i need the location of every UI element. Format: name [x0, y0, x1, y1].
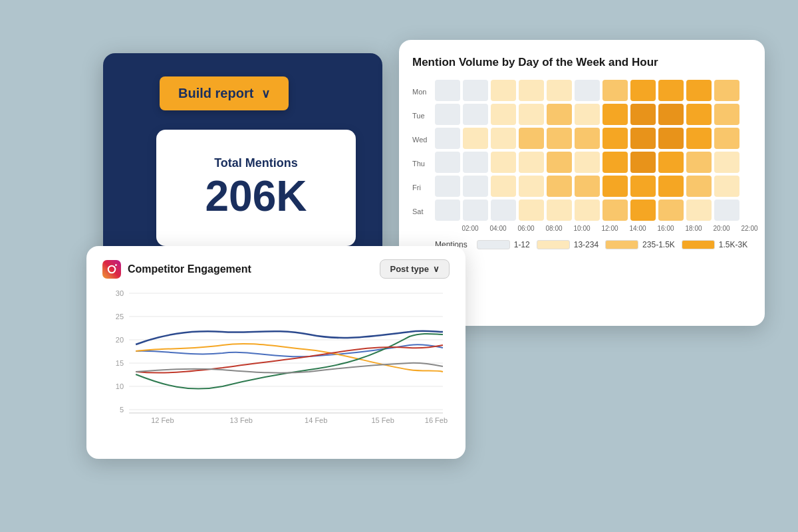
heatmap-hour-label: 04:00 [485, 225, 511, 232]
mentions-label: Total Mentions [214, 156, 298, 170]
heatmap-cell [463, 200, 488, 221]
build-report-button[interactable]: Build report ∨ [160, 76, 289, 110]
heatmap-days: MonTueWedThuFriSat [412, 80, 431, 232]
heatmap-row [435, 176, 762, 197]
heatmap-cell [435, 200, 460, 221]
heatmap-hour-label: 20:00 [709, 225, 734, 232]
post-type-chevron-icon: ∨ [433, 264, 440, 274]
heatmap-cell [435, 128, 460, 149]
heatmap-cell [658, 200, 684, 221]
heatmap-cell [630, 176, 656, 197]
heatmap-row [435, 200, 762, 221]
heatmap-grid [435, 80, 762, 221]
heatmap-day-label: Wed [412, 129, 431, 150]
heatmap-cell [547, 176, 572, 197]
heatmap-cell [519, 128, 544, 149]
post-type-button[interactable]: Post type ∨ [380, 259, 450, 279]
heatmap-cell [686, 80, 712, 101]
engagement-chart: 30 25 20 15 10 5 12 Feb 13 Feb 14 Feb 15… [102, 287, 450, 440]
heatmap-day-label: Fri [412, 177, 431, 198]
heatmap-cell [602, 200, 628, 221]
engagement-card: Competitor Engagement Post type ∨ 30 25 … [86, 246, 466, 459]
heatmap-cell [630, 128, 656, 149]
heatmap-cell [602, 104, 628, 125]
heatmap-legend: Mentions1-1213-234235-1.5K1.5K-3K [435, 240, 751, 249]
heatmap-cell [686, 200, 712, 221]
heatmap-row [435, 104, 762, 125]
svg-text:5: 5 [120, 406, 124, 414]
heatmap-day-label: Sat [412, 201, 431, 222]
chevron-down-icon: ∨ [261, 86, 270, 101]
svg-text:16 Feb: 16 Feb [425, 416, 448, 424]
svg-text:14 Feb: 14 Feb [305, 416, 327, 424]
heatmap-cell [463, 80, 488, 101]
heatmap-row [435, 152, 762, 173]
heatmap-cell [658, 128, 684, 149]
heatmap-cell [686, 176, 712, 197]
svg-text:10: 10 [116, 382, 124, 390]
heatmap-hour-label: 08:00 [541, 225, 567, 232]
heatmap-title: Mention Volume by Day of the Week and Ho… [412, 56, 751, 69]
heatmap-cell [491, 176, 516, 197]
heatmap-cell [602, 176, 628, 197]
heatmap-cell [575, 176, 600, 197]
heatmap-cell [630, 80, 656, 101]
heatmap-row [435, 128, 762, 149]
svg-rect-0 [102, 260, 121, 279]
heatmap-cell [463, 128, 488, 149]
legend-color-box [682, 240, 715, 249]
svg-text:12 Feb: 12 Feb [151, 416, 174, 424]
engagement-header: Competitor Engagement Post type ∨ [102, 259, 450, 279]
heatmap-cell [575, 104, 600, 125]
heatmap-day-label: Thu [412, 153, 431, 174]
heatmap-day-label: Tue [412, 105, 431, 126]
legend-item-label: 235-1.5K [642, 240, 675, 249]
total-mentions-card: Total Mentions 206K [156, 130, 356, 246]
svg-point-2 [115, 264, 117, 266]
heatmap-cell [658, 80, 684, 101]
heatmap-cell [519, 176, 544, 197]
heatmap-right: 02:0004:0006:0008:0010:0012:0014:0016:00… [435, 80, 762, 232]
legend-item-label: 1-12 [514, 240, 530, 249]
heatmap-cell [630, 152, 656, 173]
heatmap-cell [602, 80, 628, 101]
legend-item: 1-12 [477, 240, 530, 249]
heatmap-cell [630, 200, 656, 221]
engagement-title-group: Competitor Engagement [102, 260, 251, 279]
heatmap-cell [491, 128, 516, 149]
heatmap-cell [575, 152, 600, 173]
build-report-label: Build report [178, 86, 253, 101]
heatmap-cell [435, 176, 460, 197]
svg-text:25: 25 [116, 313, 124, 321]
svg-text:20: 20 [116, 336, 124, 344]
heatmap-cell [463, 176, 488, 197]
heatmap-cell [602, 152, 628, 173]
legend-item-label: 13-234 [574, 240, 598, 249]
heatmap-cell [435, 80, 460, 101]
heatmap-cell [435, 152, 460, 173]
svg-text:15: 15 [116, 359, 124, 367]
heatmap-hour-label: 06:00 [513, 225, 539, 232]
heatmap-cell [714, 200, 739, 221]
heatmap-grid-container: MonTueWedThuFriSat 02:0004:0006:0008:001… [412, 80, 751, 232]
heatmap-cell [714, 152, 739, 173]
heatmap-cell [547, 128, 572, 149]
heatmap-cell [575, 80, 600, 101]
legend-color-box [537, 240, 570, 249]
heatmap-day-label: Mon [412, 81, 431, 102]
heatmap-cell [714, 80, 739, 101]
heatmap-cell [686, 104, 712, 125]
legend-item: 13-234 [537, 240, 598, 249]
heatmap-hour-label: 12:00 [597, 225, 622, 232]
heatmap-hours: 02:0004:0006:0008:0010:0012:0014:0016:00… [458, 225, 762, 232]
heatmap-cell [575, 200, 600, 221]
heatmap-hour-label: 16:00 [653, 225, 678, 232]
heatmap-cell [547, 152, 572, 173]
heatmap-cell [519, 200, 544, 221]
heatmap-cell [519, 104, 544, 125]
heatmap-cell [714, 104, 739, 125]
legend-color-box [605, 240, 638, 249]
heatmap-row [435, 80, 762, 101]
legend-item-label: 1.5K-3K [719, 240, 747, 249]
heatmap-cell [630, 104, 656, 125]
